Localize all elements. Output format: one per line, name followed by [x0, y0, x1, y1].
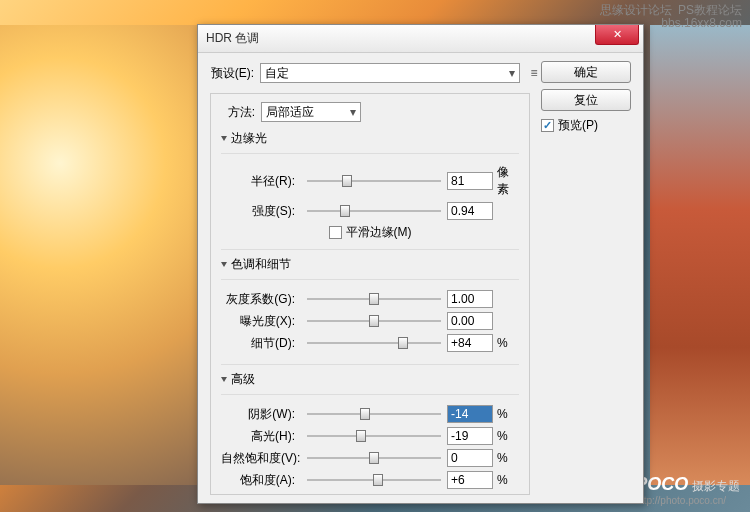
smooth-label: 平滑边缘(M) [346, 224, 412, 241]
gamma-slider[interactable] [307, 291, 441, 307]
strength-label: 强度(S): [221, 203, 301, 220]
saturation-slider[interactable] [307, 472, 441, 488]
gamma-input[interactable]: 1.00 [447, 290, 493, 308]
smooth-checkbox[interactable] [329, 226, 342, 239]
ok-button[interactable]: 确定 [541, 61, 631, 83]
shadow-slider[interactable] [307, 406, 441, 422]
highlight-input[interactable]: -19 [447, 427, 493, 445]
saturation-input[interactable]: +6 [447, 471, 493, 489]
strength-input[interactable]: 0.94 [447, 202, 493, 220]
highlight-slider[interactable] [307, 428, 441, 444]
preset-select[interactable]: 自定 [260, 63, 520, 83]
method-label: 方法: [221, 104, 261, 121]
saturation-label: 饱和度(A): [221, 472, 301, 489]
watermark2: PS教程论坛 [678, 3, 742, 17]
reset-button[interactable]: 复位 [541, 89, 631, 111]
highlight-label: 高光(H): [221, 428, 301, 445]
detail-slider[interactable] [307, 335, 441, 351]
shadow-label: 阴影(W): [221, 406, 301, 423]
edge-group-header[interactable]: 边缘光 [221, 130, 519, 147]
dialog-title: HDR 色调 [206, 30, 259, 47]
method-select[interactable]: 局部适应 [261, 102, 361, 122]
preview-checkbox[interactable] [541, 119, 554, 132]
exposure-input[interactable]: 0.00 [447, 312, 493, 330]
radius-slider[interactable] [307, 173, 441, 189]
radius-input[interactable]: 81 [447, 172, 493, 190]
titlebar[interactable]: HDR 色调 ✕ [198, 25, 643, 53]
preset-menu-icon[interactable]: ≡ [526, 66, 542, 80]
hdr-dialog: HDR 色调 ✕ 预设(E): 自定 ≡ 确定 复位 预览(P) 方法: 局部适… [197, 24, 644, 504]
radius-label: 半径(R): [221, 173, 301, 190]
strength-slider[interactable] [307, 203, 441, 219]
detail-label: 细节(D): [221, 335, 301, 352]
watermark1: 思缘设计论坛 [600, 3, 672, 17]
close-button[interactable]: ✕ [595, 25, 639, 45]
preset-label: 预设(E): [210, 65, 260, 82]
vibrance-input[interactable]: 0 [447, 449, 493, 467]
logo-url: http://photo.poco.cn/ [635, 495, 740, 506]
detail-input[interactable]: +84 [447, 334, 493, 352]
advanced-group-header[interactable]: 高级 [221, 371, 519, 388]
shadow-input[interactable]: -14 [447, 405, 493, 423]
gamma-label: 灰度系数(G): [221, 291, 301, 308]
main-panel: 方法: 局部适应 边缘光 半径(R): 81 像素 强度(S): 0.94 [210, 93, 530, 495]
preview-label: 预览(P) [558, 117, 598, 134]
exposure-label: 曝光度(X): [221, 313, 301, 330]
vibrance-slider[interactable] [307, 450, 441, 466]
watermark3: bbs.16xx8.com [661, 16, 742, 30]
tone-group-header[interactable]: 色调和细节 [221, 256, 519, 273]
logo-sub: 摄影专题 [692, 479, 740, 493]
vibrance-label: 自然饱和度(V): [221, 450, 301, 467]
exposure-slider[interactable] [307, 313, 441, 329]
